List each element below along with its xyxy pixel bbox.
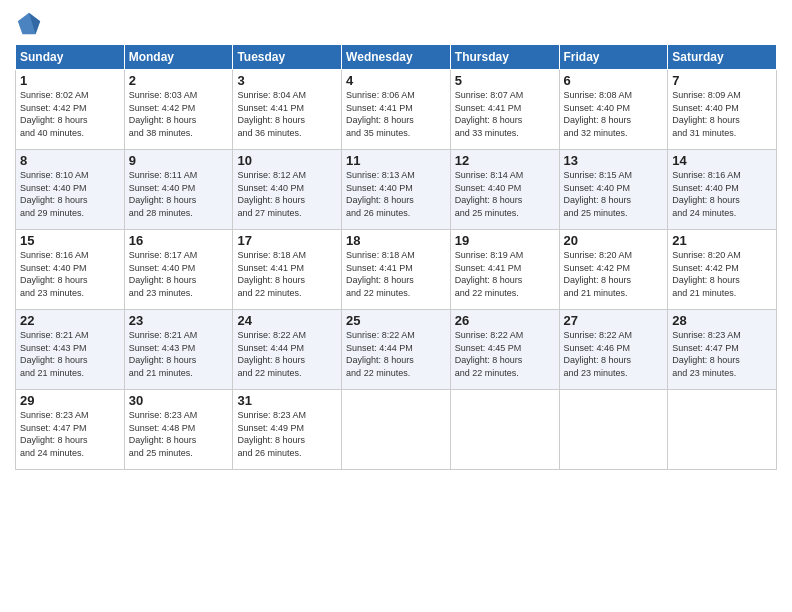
day-number: 23: [129, 313, 229, 328]
day-number: 15: [20, 233, 120, 248]
day-info: Sunrise: 8:22 AM Sunset: 4:44 PM Dayligh…: [237, 329, 337, 379]
day-number: 13: [564, 153, 664, 168]
day-info: Sunrise: 8:08 AM Sunset: 4:40 PM Dayligh…: [564, 89, 664, 139]
calendar-body: 1Sunrise: 8:02 AM Sunset: 4:42 PM Daylig…: [16, 70, 777, 470]
day-cell: 24Sunrise: 8:22 AM Sunset: 4:44 PM Dayli…: [233, 310, 342, 390]
day-info: Sunrise: 8:21 AM Sunset: 4:43 PM Dayligh…: [129, 329, 229, 379]
day-number: 8: [20, 153, 120, 168]
day-cell: 2Sunrise: 8:03 AM Sunset: 4:42 PM Daylig…: [124, 70, 233, 150]
day-info: Sunrise: 8:04 AM Sunset: 4:41 PM Dayligh…: [237, 89, 337, 139]
day-cell: 6Sunrise: 8:08 AM Sunset: 4:40 PM Daylig…: [559, 70, 668, 150]
day-number: 28: [672, 313, 772, 328]
day-number: 14: [672, 153, 772, 168]
header: [15, 10, 777, 38]
day-info: Sunrise: 8:15 AM Sunset: 4:40 PM Dayligh…: [564, 169, 664, 219]
day-number: 3: [237, 73, 337, 88]
day-info: Sunrise: 8:07 AM Sunset: 4:41 PM Dayligh…: [455, 89, 555, 139]
logo: [15, 10, 47, 38]
day-info: Sunrise: 8:20 AM Sunset: 4:42 PM Dayligh…: [672, 249, 772, 299]
day-number: 10: [237, 153, 337, 168]
header-cell-wednesday: Wednesday: [342, 45, 451, 70]
day-number: 4: [346, 73, 446, 88]
day-cell: 28Sunrise: 8:23 AM Sunset: 4:47 PM Dayli…: [668, 310, 777, 390]
day-number: 27: [564, 313, 664, 328]
day-cell: 7Sunrise: 8:09 AM Sunset: 4:40 PM Daylig…: [668, 70, 777, 150]
day-number: 1: [20, 73, 120, 88]
day-info: Sunrise: 8:18 AM Sunset: 4:41 PM Dayligh…: [237, 249, 337, 299]
day-cell: 26Sunrise: 8:22 AM Sunset: 4:45 PM Dayli…: [450, 310, 559, 390]
day-info: Sunrise: 8:22 AM Sunset: 4:45 PM Dayligh…: [455, 329, 555, 379]
day-number: 19: [455, 233, 555, 248]
day-number: 29: [20, 393, 120, 408]
day-cell: 11Sunrise: 8:13 AM Sunset: 4:40 PM Dayli…: [342, 150, 451, 230]
day-cell: 29Sunrise: 8:23 AM Sunset: 4:47 PM Dayli…: [16, 390, 125, 470]
day-cell: 22Sunrise: 8:21 AM Sunset: 4:43 PM Dayli…: [16, 310, 125, 390]
day-cell: [450, 390, 559, 470]
day-info: Sunrise: 8:21 AM Sunset: 4:43 PM Dayligh…: [20, 329, 120, 379]
day-info: Sunrise: 8:14 AM Sunset: 4:40 PM Dayligh…: [455, 169, 555, 219]
day-number: 30: [129, 393, 229, 408]
day-number: 6: [564, 73, 664, 88]
day-cell: 25Sunrise: 8:22 AM Sunset: 4:44 PM Dayli…: [342, 310, 451, 390]
day-cell: 9Sunrise: 8:11 AM Sunset: 4:40 PM Daylig…: [124, 150, 233, 230]
day-info: Sunrise: 8:02 AM Sunset: 4:42 PM Dayligh…: [20, 89, 120, 139]
week-row-1: 1Sunrise: 8:02 AM Sunset: 4:42 PM Daylig…: [16, 70, 777, 150]
day-cell: 30Sunrise: 8:23 AM Sunset: 4:48 PM Dayli…: [124, 390, 233, 470]
day-cell: 17Sunrise: 8:18 AM Sunset: 4:41 PM Dayli…: [233, 230, 342, 310]
day-cell: 5Sunrise: 8:07 AM Sunset: 4:41 PM Daylig…: [450, 70, 559, 150]
day-info: Sunrise: 8:20 AM Sunset: 4:42 PM Dayligh…: [564, 249, 664, 299]
day-cell: 1Sunrise: 8:02 AM Sunset: 4:42 PM Daylig…: [16, 70, 125, 150]
day-info: Sunrise: 8:09 AM Sunset: 4:40 PM Dayligh…: [672, 89, 772, 139]
week-row-4: 22Sunrise: 8:21 AM Sunset: 4:43 PM Dayli…: [16, 310, 777, 390]
header-cell-thursday: Thursday: [450, 45, 559, 70]
day-info: Sunrise: 8:22 AM Sunset: 4:44 PM Dayligh…: [346, 329, 446, 379]
header-cell-sunday: Sunday: [16, 45, 125, 70]
day-info: Sunrise: 8:23 AM Sunset: 4:47 PM Dayligh…: [20, 409, 120, 459]
day-cell: [559, 390, 668, 470]
day-number: 9: [129, 153, 229, 168]
day-info: Sunrise: 8:23 AM Sunset: 4:48 PM Dayligh…: [129, 409, 229, 459]
day-cell: 8Sunrise: 8:10 AM Sunset: 4:40 PM Daylig…: [16, 150, 125, 230]
day-cell: 27Sunrise: 8:22 AM Sunset: 4:46 PM Dayli…: [559, 310, 668, 390]
day-info: Sunrise: 8:23 AM Sunset: 4:49 PM Dayligh…: [237, 409, 337, 459]
day-number: 5: [455, 73, 555, 88]
day-cell: [342, 390, 451, 470]
header-cell-monday: Monday: [124, 45, 233, 70]
day-cell: 31Sunrise: 8:23 AM Sunset: 4:49 PM Dayli…: [233, 390, 342, 470]
day-info: Sunrise: 8:18 AM Sunset: 4:41 PM Dayligh…: [346, 249, 446, 299]
day-info: Sunrise: 8:17 AM Sunset: 4:40 PM Dayligh…: [129, 249, 229, 299]
calendar-page: SundayMondayTuesdayWednesdayThursdayFrid…: [0, 0, 792, 612]
day-info: Sunrise: 8:12 AM Sunset: 4:40 PM Dayligh…: [237, 169, 337, 219]
day-number: 24: [237, 313, 337, 328]
header-cell-saturday: Saturday: [668, 45, 777, 70]
day-info: Sunrise: 8:23 AM Sunset: 4:47 PM Dayligh…: [672, 329, 772, 379]
day-cell: 4Sunrise: 8:06 AM Sunset: 4:41 PM Daylig…: [342, 70, 451, 150]
week-row-2: 8Sunrise: 8:10 AM Sunset: 4:40 PM Daylig…: [16, 150, 777, 230]
day-info: Sunrise: 8:16 AM Sunset: 4:40 PM Dayligh…: [672, 169, 772, 219]
calendar-header: SundayMondayTuesdayWednesdayThursdayFrid…: [16, 45, 777, 70]
calendar-table: SundayMondayTuesdayWednesdayThursdayFrid…: [15, 44, 777, 470]
header-cell-friday: Friday: [559, 45, 668, 70]
day-number: 18: [346, 233, 446, 248]
day-number: 7: [672, 73, 772, 88]
day-number: 2: [129, 73, 229, 88]
day-cell: 23Sunrise: 8:21 AM Sunset: 4:43 PM Dayli…: [124, 310, 233, 390]
day-info: Sunrise: 8:10 AM Sunset: 4:40 PM Dayligh…: [20, 169, 120, 219]
day-info: Sunrise: 8:06 AM Sunset: 4:41 PM Dayligh…: [346, 89, 446, 139]
header-row: SundayMondayTuesdayWednesdayThursdayFrid…: [16, 45, 777, 70]
day-cell: 15Sunrise: 8:16 AM Sunset: 4:40 PM Dayli…: [16, 230, 125, 310]
day-cell: 19Sunrise: 8:19 AM Sunset: 4:41 PM Dayli…: [450, 230, 559, 310]
day-cell: 3Sunrise: 8:04 AM Sunset: 4:41 PM Daylig…: [233, 70, 342, 150]
day-info: Sunrise: 8:16 AM Sunset: 4:40 PM Dayligh…: [20, 249, 120, 299]
day-info: Sunrise: 8:11 AM Sunset: 4:40 PM Dayligh…: [129, 169, 229, 219]
day-number: 16: [129, 233, 229, 248]
header-cell-tuesday: Tuesday: [233, 45, 342, 70]
day-number: 22: [20, 313, 120, 328]
day-number: 21: [672, 233, 772, 248]
week-row-5: 29Sunrise: 8:23 AM Sunset: 4:47 PM Dayli…: [16, 390, 777, 470]
day-cell: 13Sunrise: 8:15 AM Sunset: 4:40 PM Dayli…: [559, 150, 668, 230]
day-number: 12: [455, 153, 555, 168]
day-number: 31: [237, 393, 337, 408]
week-row-3: 15Sunrise: 8:16 AM Sunset: 4:40 PM Dayli…: [16, 230, 777, 310]
day-cell: 10Sunrise: 8:12 AM Sunset: 4:40 PM Dayli…: [233, 150, 342, 230]
